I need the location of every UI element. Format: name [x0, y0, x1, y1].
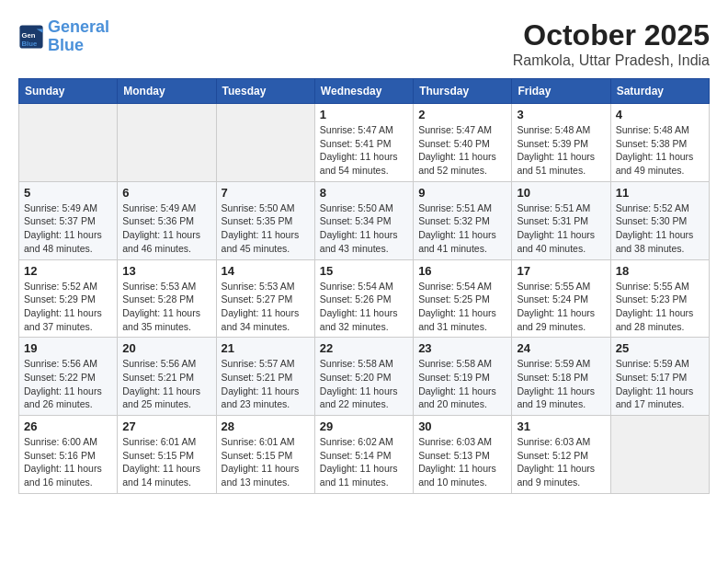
calendar-cell: 26Sunrise: 6:00 AM Sunset: 5:16 PM Dayli… [19, 416, 118, 494]
day-info: Sunrise: 5:56 AM Sunset: 5:21 PM Dayligh… [122, 357, 210, 411]
day-info: Sunrise: 6:03 AM Sunset: 5:12 PM Dayligh… [517, 435, 605, 489]
day-info: Sunrise: 5:51 AM Sunset: 5:31 PM Dayligh… [517, 201, 605, 256]
page-header: Gen Blue GeneralBlue October 2025 Ramkol… [18, 18, 710, 69]
day-number: 7 [222, 186, 310, 200]
day-info: Sunrise: 5:48 AM Sunset: 5:38 PM Dayligh… [616, 123, 704, 178]
calendar-cell: 15Sunrise: 5:54 AM Sunset: 5:26 PM Dayli… [314, 259, 413, 338]
calendar-cell: 4Sunrise: 5:48 AM Sunset: 5:38 PM Daylig… [610, 104, 709, 182]
day-number: 3 [517, 108, 605, 121]
calendar-cell: 10Sunrise: 5:51 AM Sunset: 5:31 PM Dayli… [512, 181, 610, 259]
calendar-week-row: 26Sunrise: 6:00 AM Sunset: 5:16 PM Dayli… [19, 416, 710, 494]
day-number: 10 [517, 186, 605, 200]
calendar-title: October 2025 [513, 18, 710, 52]
day-number: 21 [222, 341, 310, 355]
day-number: 5 [24, 186, 112, 200]
logo-text: GeneralBlue [48, 18, 109, 55]
title-block: October 2025 Ramkola, Uttar Pradesh, Ind… [513, 18, 710, 69]
calendar-cell: 30Sunrise: 6:03 AM Sunset: 5:13 PM Dayli… [414, 416, 512, 494]
day-info: Sunrise: 6:01 AM Sunset: 5:15 PM Dayligh… [122, 435, 210, 489]
day-info: Sunrise: 5:48 AM Sunset: 5:39 PM Dayligh… [517, 123, 605, 178]
calendar-subtitle: Ramkola, Uttar Pradesh, India [513, 52, 710, 69]
day-number: 8 [320, 186, 408, 200]
day-number: 13 [122, 264, 210, 278]
day-number: 26 [24, 419, 112, 433]
calendar-cell: 29Sunrise: 6:02 AM Sunset: 5:14 PM Dayli… [314, 416, 413, 494]
calendar-cell [610, 416, 709, 494]
calendar-week-row: 12Sunrise: 5:52 AM Sunset: 5:29 PM Dayli… [19, 259, 710, 338]
calendar-cell: 21Sunrise: 5:57 AM Sunset: 5:21 PM Dayli… [216, 338, 314, 416]
day-info: Sunrise: 5:50 AM Sunset: 5:34 PM Dayligh… [320, 201, 408, 256]
calendar-cell: 28Sunrise: 6:01 AM Sunset: 5:15 PM Dayli… [216, 416, 314, 494]
weekday-header-monday: Monday [118, 79, 216, 104]
day-info: Sunrise: 5:59 AM Sunset: 5:17 PM Dayligh… [616, 357, 704, 411]
calendar-cell: 8Sunrise: 5:50 AM Sunset: 5:34 PM Daylig… [314, 181, 413, 259]
calendar-cell: 2Sunrise: 5:47 AM Sunset: 5:40 PM Daylig… [414, 104, 512, 182]
day-info: Sunrise: 5:49 AM Sunset: 5:36 PM Dayligh… [122, 201, 210, 256]
day-number: 20 [122, 341, 210, 355]
day-number: 23 [418, 341, 506, 355]
calendar-cell: 6Sunrise: 5:49 AM Sunset: 5:36 PM Daylig… [118, 181, 216, 259]
day-info: Sunrise: 5:55 AM Sunset: 5:23 PM Dayligh… [616, 280, 704, 334]
day-number: 25 [616, 341, 704, 355]
calendar-cell: 16Sunrise: 5:54 AM Sunset: 5:25 PM Dayli… [414, 259, 512, 338]
calendar-cell: 14Sunrise: 5:53 AM Sunset: 5:27 PM Dayli… [216, 259, 314, 338]
day-info: Sunrise: 5:56 AM Sunset: 5:22 PM Dayligh… [24, 357, 112, 411]
weekday-header-thursday: Thursday [414, 79, 512, 104]
day-info: Sunrise: 5:58 AM Sunset: 5:20 PM Dayligh… [320, 357, 408, 411]
day-number: 22 [320, 341, 408, 355]
day-number: 28 [222, 419, 310, 433]
day-number: 4 [616, 108, 704, 121]
calendar-cell [19, 104, 118, 182]
calendar-week-row: 5Sunrise: 5:49 AM Sunset: 5:37 PM Daylig… [19, 181, 710, 259]
calendar-week-row: 1Sunrise: 5:47 AM Sunset: 5:41 PM Daylig… [19, 104, 710, 182]
calendar-cell [216, 104, 314, 182]
day-info: Sunrise: 5:52 AM Sunset: 5:30 PM Dayligh… [616, 201, 704, 256]
calendar-cell: 7Sunrise: 5:50 AM Sunset: 5:35 PM Daylig… [216, 181, 314, 259]
logo: Gen Blue GeneralBlue [18, 18, 109, 55]
calendar-cell: 27Sunrise: 6:01 AM Sunset: 5:15 PM Dayli… [118, 416, 216, 494]
day-number: 24 [517, 341, 605, 355]
day-number: 2 [418, 108, 506, 121]
calendar-week-row: 19Sunrise: 5:56 AM Sunset: 5:22 PM Dayli… [19, 338, 710, 416]
calendar-cell: 25Sunrise: 5:59 AM Sunset: 5:17 PM Dayli… [610, 338, 709, 416]
weekday-header-sunday: Sunday [19, 79, 118, 104]
calendar-cell: 19Sunrise: 5:56 AM Sunset: 5:22 PM Dayli… [19, 338, 118, 416]
svg-text:Blue: Blue [22, 40, 38, 48]
day-info: Sunrise: 6:03 AM Sunset: 5:13 PM Dayligh… [418, 435, 506, 489]
day-info: Sunrise: 5:52 AM Sunset: 5:29 PM Dayligh… [24, 280, 112, 334]
calendar-cell: 13Sunrise: 5:53 AM Sunset: 5:28 PM Dayli… [118, 259, 216, 338]
day-info: Sunrise: 5:55 AM Sunset: 5:24 PM Dayligh… [517, 280, 605, 334]
day-info: Sunrise: 5:47 AM Sunset: 5:40 PM Dayligh… [418, 123, 506, 178]
day-info: Sunrise: 5:58 AM Sunset: 5:19 PM Dayligh… [418, 357, 506, 411]
day-number: 16 [418, 264, 506, 278]
day-info: Sunrise: 6:01 AM Sunset: 5:15 PM Dayligh… [222, 435, 310, 489]
day-info: Sunrise: 6:02 AM Sunset: 5:14 PM Dayligh… [320, 435, 408, 489]
day-info: Sunrise: 5:53 AM Sunset: 5:27 PM Dayligh… [222, 280, 310, 334]
day-info: Sunrise: 6:00 AM Sunset: 5:16 PM Dayligh… [24, 435, 112, 489]
logo-icon: Gen Blue [18, 24, 44, 50]
day-info: Sunrise: 5:49 AM Sunset: 5:37 PM Dayligh… [24, 201, 112, 256]
calendar-cell: 17Sunrise: 5:55 AM Sunset: 5:24 PM Dayli… [512, 259, 610, 338]
day-info: Sunrise: 5:54 AM Sunset: 5:25 PM Dayligh… [418, 280, 506, 334]
day-info: Sunrise: 5:54 AM Sunset: 5:26 PM Dayligh… [320, 280, 408, 334]
day-number: 14 [222, 264, 310, 278]
calendar-cell: 11Sunrise: 5:52 AM Sunset: 5:30 PM Dayli… [610, 181, 709, 259]
day-info: Sunrise: 5:51 AM Sunset: 5:32 PM Dayligh… [418, 201, 506, 256]
day-info: Sunrise: 5:47 AM Sunset: 5:41 PM Dayligh… [320, 123, 408, 178]
day-number: 11 [616, 186, 704, 200]
calendar-cell: 12Sunrise: 5:52 AM Sunset: 5:29 PM Dayli… [19, 259, 118, 338]
day-number: 6 [122, 186, 210, 200]
weekday-header-wednesday: Wednesday [314, 79, 413, 104]
day-number: 17 [517, 264, 605, 278]
day-info: Sunrise: 5:50 AM Sunset: 5:35 PM Dayligh… [222, 201, 310, 256]
calendar-cell: 9Sunrise: 5:51 AM Sunset: 5:32 PM Daylig… [414, 181, 512, 259]
weekday-header-friday: Friday [512, 79, 610, 104]
calendar-header-row: SundayMondayTuesdayWednesdayThursdayFrid… [19, 79, 710, 104]
day-number: 15 [320, 264, 408, 278]
day-number: 31 [517, 419, 605, 433]
day-number: 30 [418, 419, 506, 433]
day-info: Sunrise: 5:53 AM Sunset: 5:28 PM Dayligh… [122, 280, 210, 334]
calendar-cell: 31Sunrise: 6:03 AM Sunset: 5:12 PM Dayli… [512, 416, 610, 494]
calendar-cell: 5Sunrise: 5:49 AM Sunset: 5:37 PM Daylig… [19, 181, 118, 259]
day-info: Sunrise: 5:59 AM Sunset: 5:18 PM Dayligh… [517, 357, 605, 411]
